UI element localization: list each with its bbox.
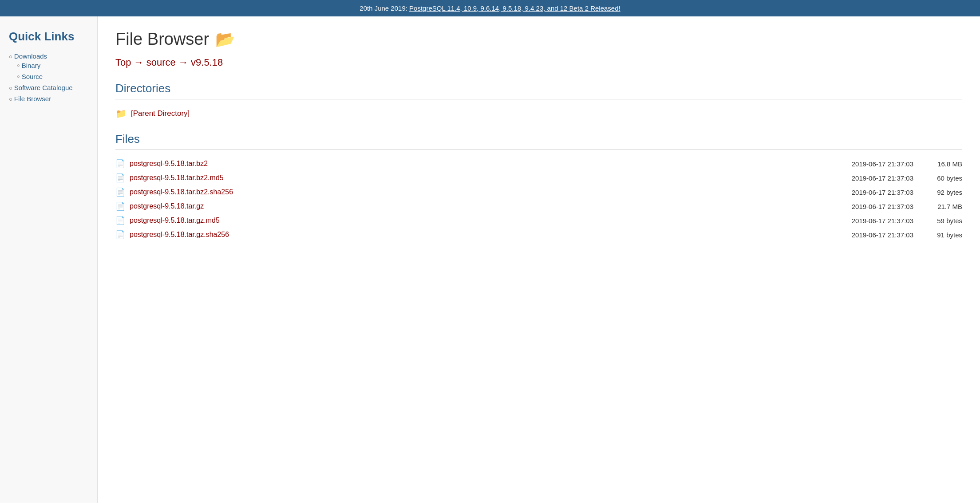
bullet-source: ○ <box>17 74 20 79</box>
file-item-name-3: 📄 postgresql-9.5.18.tar.gz <box>115 201 820 211</box>
files-list: 📄 postgresql-9.5.18.tar.bz2 2019-06-17 2… <box>115 159 962 240</box>
sidebar-item-source: ○ Source <box>17 73 88 80</box>
files-section: Files 📄 postgresql-9.5.18.tar.bz2 2019-0… <box>115 132 962 240</box>
breadcrumb-sep-1: → <box>134 57 146 68</box>
file-date-4: 2019-06-17 21:37:03 <box>825 217 913 224</box>
file-item-1: 📄 postgresql-9.5.18.tar.bz2.md5 2019-06-… <box>115 173 962 183</box>
sidebar-item-binary: ○ Binary <box>17 62 88 69</box>
file-size-5: 91 bytes <box>918 231 962 239</box>
announcement-bar: 20th June 2019: PostgreSQL 11.4, 10.9, 9… <box>0 0 980 16</box>
directories-section: Directories 📁 [Parent Directory] <box>115 82 962 119</box>
sidebar-item-filebrowser: ○ File Browser <box>9 95 88 102</box>
folder-icon-large: 📂 <box>215 30 235 49</box>
file-size-3: 21.7 MB <box>918 203 962 210</box>
file-size-4: 59 bytes <box>918 217 962 224</box>
breadcrumb-sep-2: → <box>178 57 191 68</box>
sidebar-link-binary[interactable]: Binary <box>22 62 41 69</box>
file-item-5: 📄 postgresql-9.5.18.tar.gz.sha256 2019-0… <box>115 230 962 240</box>
file-icon-1: 📄 <box>115 173 125 183</box>
bullet-downloads: ○ <box>9 53 12 60</box>
file-item-2: 📄 postgresql-9.5.18.tar.bz2.sha256 2019-… <box>115 187 962 197</box>
sidebar-item-downloads: ○ Downloads ○ Binary ○ Source <box>9 52 88 80</box>
file-size-2: 92 bytes <box>918 189 962 196</box>
sidebar-link-filebrowser[interactable]: File Browser <box>14 95 51 102</box>
bullet-binary: ○ <box>17 63 20 68</box>
file-date-0: 2019-06-17 21:37:03 <box>825 160 913 168</box>
breadcrumb-top[interactable]: Top <box>115 57 131 68</box>
sidebar-sublist-downloads: ○ Binary ○ Source <box>17 62 88 80</box>
directories-list: 📁 [Parent Directory] <box>115 108 962 119</box>
parent-directory-link[interactable]: [Parent Directory] <box>131 109 190 118</box>
file-link-2[interactable]: postgresql-9.5.18.tar.bz2.sha256 <box>130 188 233 196</box>
bullet-filebrowser: ○ <box>9 96 12 102</box>
directories-heading: Directories <box>115 82 962 99</box>
file-link-5[interactable]: postgresql-9.5.18.tar.gz.sha256 <box>130 231 229 239</box>
file-icon-5: 📄 <box>115 230 125 240</box>
sidebar-title: Quick Links <box>9 30 88 43</box>
sidebar-link-downloads[interactable]: Downloads <box>14 52 47 60</box>
directory-item-parent: 📁 [Parent Directory] <box>115 108 962 119</box>
sidebar-link-software[interactable]: Software Catalogue <box>14 84 73 91</box>
file-link-3[interactable]: postgresql-9.5.18.tar.gz <box>130 202 204 210</box>
file-link-4[interactable]: postgresql-9.5.18.tar.gz.md5 <box>130 217 220 224</box>
page-title-row: File Browser 📂 <box>115 30 962 49</box>
parent-folder-icon: 📁 <box>115 108 126 119</box>
bullet-software: ○ <box>9 85 12 91</box>
main-content: File Browser 📂 Top → source → v9.5.18 Di… <box>98 16 980 503</box>
breadcrumb-version[interactable]: v9.5.18 <box>191 57 223 68</box>
file-date-5: 2019-06-17 21:37:03 <box>825 231 913 239</box>
announcement-link[interactable]: PostgreSQL 11.4, 10.9, 9.6.14, 9.5.18, 9… <box>409 4 620 12</box>
file-date-3: 2019-06-17 21:37:03 <box>825 203 913 210</box>
sidebar: Quick Links ○ Downloads ○ Binary <box>0 16 98 503</box>
breadcrumb: Top → source → v9.5.18 <box>115 57 962 68</box>
file-size-0: 16.8 MB <box>918 160 962 168</box>
file-icon-4: 📄 <box>115 216 125 225</box>
page-title: File Browser <box>115 30 209 49</box>
announcement-text: 20th June 2019: <box>360 4 409 12</box>
file-icon-2: 📄 <box>115 187 125 197</box>
file-icon-3: 📄 <box>115 201 125 211</box>
file-item-4: 📄 postgresql-9.5.18.tar.gz.md5 2019-06-1… <box>115 216 962 225</box>
file-date-2: 2019-06-17 21:37:03 <box>825 189 913 196</box>
file-item-name-2: 📄 postgresql-9.5.18.tar.bz2.sha256 <box>115 187 820 197</box>
file-size-1: 60 bytes <box>918 174 962 182</box>
file-item-0: 📄 postgresql-9.5.18.tar.bz2 2019-06-17 2… <box>115 159 962 169</box>
file-item-3: 📄 postgresql-9.5.18.tar.gz 2019-06-17 21… <box>115 201 962 211</box>
file-link-1[interactable]: postgresql-9.5.18.tar.bz2.md5 <box>130 174 224 182</box>
file-date-1: 2019-06-17 21:37:03 <box>825 174 913 182</box>
sidebar-item-software: ○ Software Catalogue <box>9 84 88 91</box>
file-item-name-0: 📄 postgresql-9.5.18.tar.bz2 <box>115 159 820 169</box>
file-link-0[interactable]: postgresql-9.5.18.tar.bz2 <box>130 160 208 168</box>
file-item-name-1: 📄 postgresql-9.5.18.tar.bz2.md5 <box>115 173 820 183</box>
breadcrumb-source[interactable]: source <box>146 57 176 68</box>
file-item-name-4: 📄 postgresql-9.5.18.tar.gz.md5 <box>115 216 820 225</box>
file-item-name-5: 📄 postgresql-9.5.18.tar.gz.sha256 <box>115 230 820 240</box>
sidebar-nav: ○ Downloads ○ Binary ○ Source <box>9 52 88 102</box>
files-heading: Files <box>115 132 962 150</box>
file-icon-0: 📄 <box>115 159 125 169</box>
sidebar-link-source[interactable]: Source <box>22 73 43 80</box>
